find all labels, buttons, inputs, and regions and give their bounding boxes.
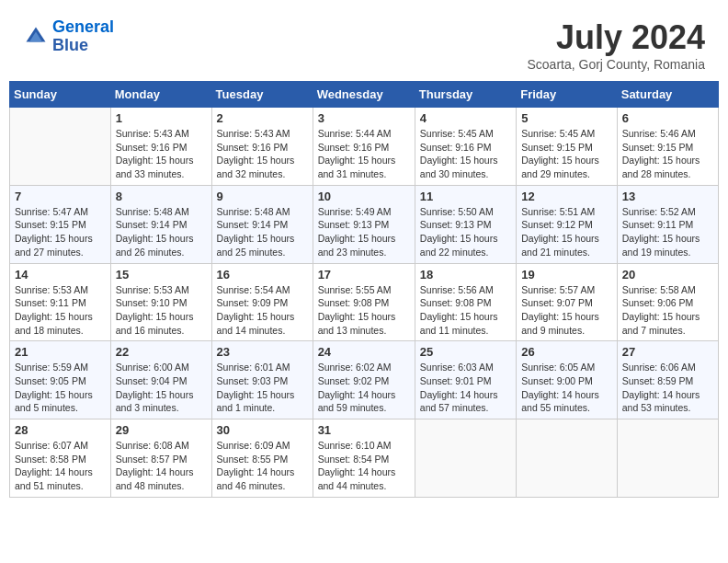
calendar-cell: 4Sunrise: 5:45 AMSunset: 9:16 PMDaylight…: [415, 108, 516, 186]
calendar-cell: 27Sunrise: 6:06 AMSunset: 8:59 PMDayligh…: [617, 341, 718, 419]
day-info: Sunrise: 5:49 AMSunset: 9:13 PMDaylight:…: [318, 205, 410, 259]
weekday-header-wednesday: Wednesday: [313, 82, 415, 108]
calendar-cell: 12Sunrise: 5:51 AMSunset: 9:12 PMDayligh…: [517, 185, 618, 263]
day-info: Sunrise: 5:54 AMSunset: 9:09 PMDaylight:…: [217, 283, 308, 338]
calendar-cell: 11Sunrise: 5:50 AMSunset: 9:13 PMDayligh…: [415, 185, 516, 263]
calendar-cell: 17Sunrise: 5:55 AMSunset: 9:08 PMDayligh…: [313, 263, 415, 341]
month-title: July 2024: [528, 18, 706, 57]
day-info: Sunrise: 6:02 AMSunset: 9:02 PMDaylight:…: [318, 361, 410, 415]
day-info: Sunrise: 5:50 AMSunset: 9:13 PMDaylight:…: [420, 205, 511, 259]
day-info: Sunrise: 5:45 AMSunset: 9:16 PMDaylight:…: [420, 127, 511, 181]
day-number: 27: [622, 345, 713, 359]
day-info: Sunrise: 5:56 AMSunset: 9:08 PMDaylight:…: [420, 283, 511, 338]
day-info: Sunrise: 6:07 AMSunset: 8:58 PMDaylight:…: [15, 439, 106, 493]
calendar-cell: 6Sunrise: 5:46 AMSunset: 9:15 PMDaylight…: [617, 108, 718, 186]
calendar-header-row: SundayMondayTuesdayWednesdayThursdayFrid…: [10, 82, 719, 108]
calendar-week-row: 7Sunrise: 5:47 AMSunset: 9:15 PMDaylight…: [10, 185, 719, 263]
calendar-cell: 16Sunrise: 5:54 AMSunset: 9:09 PMDayligh…: [211, 263, 313, 341]
day-number: 4: [420, 111, 511, 125]
calendar-cell: 21Sunrise: 5:59 AMSunset: 9:05 PMDayligh…: [10, 341, 111, 419]
day-number: 10: [318, 190, 410, 203]
calendar-week-row: 28Sunrise: 6:07 AMSunset: 8:58 PMDayligh…: [10, 419, 719, 498]
calendar-cell: 22Sunrise: 6:00 AMSunset: 9:04 PMDayligh…: [110, 341, 211, 419]
day-number: 23: [217, 345, 308, 359]
day-info: Sunrise: 5:43 AMSunset: 9:16 PMDaylight:…: [217, 127, 308, 181]
day-number: 15: [116, 268, 207, 282]
day-info: Sunrise: 5:48 AMSunset: 9:14 PMDaylight:…: [116, 205, 207, 259]
calendar-cell: 18Sunrise: 5:56 AMSunset: 9:08 PMDayligh…: [415, 263, 516, 341]
day-number: 31: [318, 423, 410, 437]
day-number: 18: [420, 268, 511, 282]
day-number: 7: [15, 190, 106, 203]
calendar-cell: 7Sunrise: 5:47 AMSunset: 9:15 PMDaylight…: [10, 185, 111, 263]
day-number: 12: [521, 190, 612, 203]
day-info: Sunrise: 5:58 AMSunset: 9:06 PMDaylight:…: [622, 283, 713, 338]
weekday-header-thursday: Thursday: [415, 82, 516, 108]
day-number: 8: [116, 190, 207, 203]
calendar-week-row: 14Sunrise: 5:53 AMSunset: 9:11 PMDayligh…: [10, 263, 719, 341]
day-number: 30: [217, 423, 308, 437]
day-info: Sunrise: 5:55 AMSunset: 9:08 PMDaylight:…: [318, 283, 410, 338]
day-number: 5: [521, 111, 612, 125]
day-number: 24: [318, 345, 410, 359]
calendar-cell: 29Sunrise: 6:08 AMSunset: 8:57 PMDayligh…: [110, 419, 211, 498]
day-info: Sunrise: 5:51 AMSunset: 9:12 PMDaylight:…: [521, 205, 612, 259]
calendar-cell: [517, 419, 618, 498]
day-number: 19: [521, 268, 612, 282]
day-number: 16: [217, 268, 308, 282]
day-number: 17: [318, 268, 410, 282]
calendar-week-row: 1Sunrise: 5:43 AMSunset: 9:16 PMDaylight…: [10, 108, 719, 186]
calendar-cell: [415, 419, 516, 498]
day-number: 11: [420, 190, 511, 203]
day-number: 6: [622, 111, 713, 125]
day-info: Sunrise: 5:57 AMSunset: 9:07 PMDaylight:…: [521, 283, 612, 338]
day-number: 25: [420, 345, 511, 359]
weekday-header-monday: Monday: [110, 82, 211, 108]
day-number: 26: [521, 345, 612, 359]
calendar-cell: 26Sunrise: 6:05 AMSunset: 9:00 PMDayligh…: [517, 341, 618, 419]
calendar-cell: 13Sunrise: 5:52 AMSunset: 9:11 PMDayligh…: [617, 185, 718, 263]
calendar-cell: 20Sunrise: 5:58 AMSunset: 9:06 PMDayligh…: [617, 263, 718, 341]
calendar-cell: 31Sunrise: 6:10 AMSunset: 8:54 PMDayligh…: [313, 419, 415, 498]
day-number: 28: [15, 423, 106, 437]
location: Scoarta, Gorj County, Romania: [528, 57, 706, 72]
day-info: Sunrise: 5:59 AMSunset: 9:05 PMDaylight:…: [15, 361, 106, 415]
calendar-cell: 15Sunrise: 5:53 AMSunset: 9:10 PMDayligh…: [110, 263, 211, 341]
calendar-table: SundayMondayTuesdayWednesdayThursdayFrid…: [9, 81, 719, 498]
day-info: Sunrise: 5:52 AMSunset: 9:11 PMDaylight:…: [622, 205, 713, 259]
day-number: 13: [622, 190, 713, 203]
day-info: Sunrise: 6:00 AMSunset: 9:04 PMDaylight:…: [116, 361, 207, 415]
day-info: Sunrise: 6:01 AMSunset: 9:03 PMDaylight:…: [217, 361, 308, 415]
day-info: Sunrise: 6:03 AMSunset: 9:01 PMDaylight:…: [420, 361, 511, 415]
calendar-cell: [10, 108, 111, 186]
calendar-cell: 2Sunrise: 5:43 AMSunset: 9:16 PMDaylight…: [211, 108, 313, 186]
day-info: Sunrise: 6:09 AMSunset: 8:55 PMDaylight:…: [217, 439, 308, 493]
calendar-cell: 14Sunrise: 5:53 AMSunset: 9:11 PMDayligh…: [10, 263, 111, 341]
day-info: Sunrise: 5:45 AMSunset: 9:15 PMDaylight:…: [521, 127, 612, 181]
day-info: Sunrise: 5:53 AMSunset: 9:11 PMDaylight:…: [15, 283, 106, 338]
day-info: Sunrise: 5:43 AMSunset: 9:16 PMDaylight:…: [116, 127, 207, 181]
calendar-cell: 3Sunrise: 5:44 AMSunset: 9:16 PMDaylight…: [313, 108, 415, 186]
day-info: Sunrise: 6:06 AMSunset: 8:59 PMDaylight:…: [622, 361, 713, 415]
calendar-cell: 19Sunrise: 5:57 AMSunset: 9:07 PMDayligh…: [517, 263, 618, 341]
weekday-header-sunday: Sunday: [10, 82, 111, 108]
weekday-header-tuesday: Tuesday: [211, 82, 313, 108]
page-container: General Blue July 2024 Scoarta, Gorj Cou…: [9, 9, 719, 498]
logo: General Blue: [23, 18, 114, 55]
calendar-cell: 30Sunrise: 6:09 AMSunset: 8:55 PMDayligh…: [211, 419, 313, 498]
logo-icon: [23, 24, 49, 50]
day-info: Sunrise: 5:44 AMSunset: 9:16 PMDaylight:…: [318, 127, 410, 181]
day-number: 20: [622, 268, 713, 282]
calendar-cell: 9Sunrise: 5:48 AMSunset: 9:14 PMDaylight…: [211, 185, 313, 263]
calendar-cell: 25Sunrise: 6:03 AMSunset: 9:01 PMDayligh…: [415, 341, 516, 419]
title-block: July 2024 Scoarta, Gorj County, Romania: [528, 18, 706, 72]
day-number: 29: [116, 423, 207, 437]
day-info: Sunrise: 5:48 AMSunset: 9:14 PMDaylight:…: [217, 205, 308, 259]
weekday-header-friday: Friday: [517, 82, 618, 108]
day-number: 2: [217, 111, 308, 125]
day-number: 9: [217, 190, 308, 203]
day-info: Sunrise: 6:10 AMSunset: 8:54 PMDaylight:…: [318, 439, 410, 493]
calendar-cell: 28Sunrise: 6:07 AMSunset: 8:58 PMDayligh…: [10, 419, 111, 498]
calendar-cell: 1Sunrise: 5:43 AMSunset: 9:16 PMDaylight…: [110, 108, 211, 186]
day-number: 22: [116, 345, 207, 359]
